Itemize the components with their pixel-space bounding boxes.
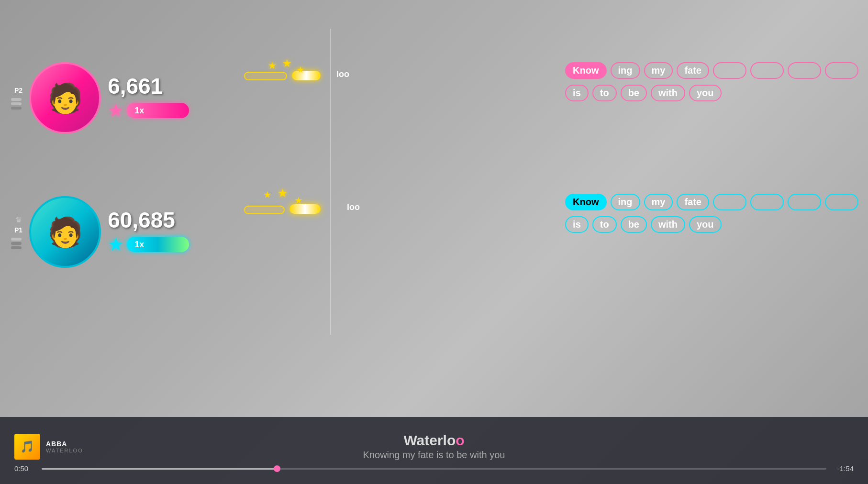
p1-word-empty2: __ bbox=[750, 194, 784, 210]
p1-word-ing: ing bbox=[611, 194, 640, 210]
p2-lyrics: Know ing my fate __ __ __ __ is to be wi… bbox=[565, 62, 858, 101]
p1-word-with: with bbox=[651, 216, 685, 233]
artist-info: ABBA WATERLOO bbox=[46, 440, 83, 453]
p2-word-fate: fate bbox=[677, 62, 709, 79]
p1-track-star-2: ★ bbox=[278, 187, 288, 200]
bottom-bar: 🎵 ABBA WATERLOO Waterloo Knowing my fate… bbox=[0, 417, 868, 484]
progress-fill bbox=[42, 468, 277, 470]
p1-word-fate: fate bbox=[677, 194, 709, 210]
p1-word-empty4: __ bbox=[825, 194, 858, 210]
p2-word-empty1: __ bbox=[713, 62, 746, 79]
p1-multiplier-bar: 1x bbox=[127, 237, 189, 252]
p2-word-you: you bbox=[689, 85, 722, 101]
song-info-center: 🎵 ABBA WATERLOO Waterloo Knowing my fate… bbox=[0, 429, 868, 461]
p2-star-icon: ★ bbox=[108, 100, 124, 121]
p1-label: P1 bbox=[14, 226, 22, 234]
p1-word-empty3: __ bbox=[788, 194, 821, 210]
p2-pitch-track: ★ ★ ★ loo bbox=[244, 67, 330, 91]
p2-word-my: my bbox=[644, 62, 673, 79]
p2-mic-bars bbox=[11, 98, 22, 110]
remaining-time: -1:54 bbox=[832, 464, 854, 473]
progress-bar-row: 0:50 -1:54 bbox=[0, 461, 868, 473]
pitch-divider bbox=[330, 29, 331, 335]
p2-loo-label: loo bbox=[336, 69, 349, 79]
p2-word-empty2: __ bbox=[750, 62, 784, 79]
p1-star-icon: ★ bbox=[108, 234, 124, 255]
p1-avatar: 🧑 bbox=[29, 196, 101, 268]
p1-word-you: you bbox=[689, 216, 722, 233]
p1-score: 60,685 bbox=[108, 209, 189, 231]
p1-mic-bars bbox=[11, 238, 22, 249]
song-title-small: WATERLOO bbox=[46, 448, 83, 453]
p2-note-pill-1 bbox=[244, 72, 287, 80]
p1-word-my: my bbox=[644, 194, 673, 210]
p2-word-be: be bbox=[621, 85, 647, 101]
p2-mic-bar-2 bbox=[11, 102, 22, 105]
p2-multiplier-bar: 1x bbox=[127, 103, 189, 118]
p1-crown: ♛ bbox=[15, 215, 22, 224]
progress-track[interactable] bbox=[42, 468, 826, 470]
p2-track-star-1: ★ bbox=[268, 60, 277, 71]
player1-panel: ♛ P1 🧑 60,685 ★ 1x bbox=[14, 196, 189, 268]
artist-name: ABBA bbox=[46, 440, 83, 448]
p2-lyric-line2: is to be with you bbox=[565, 85, 858, 101]
p1-lyrics: Know ing my fate __ __ __ __ is to be wi… bbox=[565, 194, 858, 233]
p2-mic-bar-1 bbox=[11, 98, 22, 101]
p1-mic-bar-2 bbox=[11, 242, 22, 245]
p1-mic-bar-1 bbox=[11, 238, 22, 241]
p2-word-is: is bbox=[565, 85, 589, 101]
p2-multiplier: 1x bbox=[134, 106, 144, 116]
p2-track-star-2: ★ bbox=[282, 57, 292, 70]
progress-dot bbox=[274, 465, 280, 472]
song-title-text: Waterlo bbox=[403, 432, 456, 448]
p1-pitch-track: ★ ★ ★ loo bbox=[244, 198, 340, 227]
p2-score-section: 6,661 ★ 1x bbox=[108, 75, 189, 121]
p2-star-bar: ★ 1x bbox=[108, 100, 189, 121]
p2-avatar-wrap: 🧑 bbox=[29, 62, 101, 134]
p2-note-pill-active bbox=[292, 71, 321, 80]
p1-note-pill-1 bbox=[244, 206, 285, 214]
current-time: 0:50 bbox=[14, 464, 36, 473]
song-info-left: 🎵 ABBA WATERLOO bbox=[0, 434, 83, 460]
player2-panel: P2 🧑 6,661 ★ 1x bbox=[14, 62, 189, 134]
p1-word-be: be bbox=[621, 216, 647, 233]
p1-lyric-line2: is to be with you bbox=[565, 216, 858, 233]
p2-word-know: Know bbox=[565, 62, 606, 79]
p2-track-star-3: ★ bbox=[297, 65, 304, 75]
p2-score: 6,661 bbox=[108, 75, 189, 97]
p1-star-bar: ★ 1x bbox=[108, 234, 189, 255]
p1-avatar-wrap: 🧑 bbox=[29, 196, 101, 268]
p2-word-with: with bbox=[651, 85, 685, 101]
song-title-center: Waterloo Knowing my fate is to be with y… bbox=[0, 432, 868, 461]
p1-loo-label: loo bbox=[347, 202, 360, 212]
p2-word-empty4: __ bbox=[825, 62, 858, 79]
album-art: 🎵 bbox=[14, 434, 40, 460]
p1-word-to: to bbox=[592, 216, 617, 233]
p2-word-ing: ing bbox=[611, 62, 640, 79]
p2-label: P2 bbox=[14, 87, 22, 94]
p2-avatar: 🧑 bbox=[29, 62, 101, 134]
p1-track-star-1: ★ bbox=[263, 189, 272, 200]
p1-track-star-3: ★ bbox=[294, 195, 303, 206]
p1-word-is: is bbox=[565, 216, 589, 233]
p1-multiplier: 1x bbox=[134, 240, 144, 250]
p2-mic-bar-3 bbox=[11, 107, 22, 110]
current-lyric-display: Knowing my fate is to be with you bbox=[0, 450, 868, 461]
song-title-dot: o bbox=[456, 432, 464, 448]
p2-word-to: to bbox=[592, 85, 617, 101]
p1-lyric-line1: Know ing my fate __ __ __ __ bbox=[565, 194, 858, 210]
p1-mic-bar-3 bbox=[11, 246, 22, 249]
p2-word-empty3: __ bbox=[788, 62, 821, 79]
p2-lyric-line1: Know ing my fate __ __ __ __ bbox=[565, 62, 858, 79]
p1-word-know: Know bbox=[565, 194, 606, 210]
p1-score-section: 60,685 ★ 1x bbox=[108, 209, 189, 255]
p1-word-empty1: __ bbox=[713, 194, 746, 210]
song-display-title: Waterloo bbox=[0, 432, 868, 449]
